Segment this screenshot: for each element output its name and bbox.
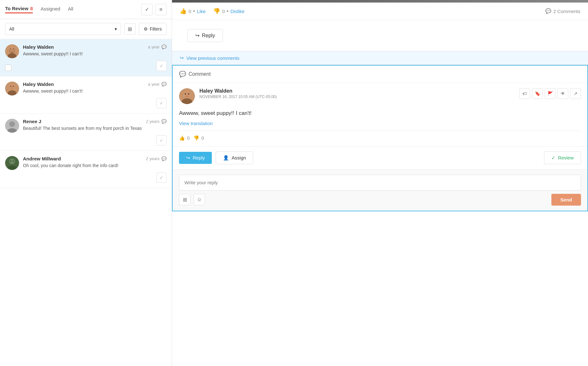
comment-meta: Andrew Millward 2 years 💬 Oh cool, you c…: [23, 156, 167, 169]
sort-button[interactable]: ≡: [155, 4, 167, 15]
tag-button[interactable]: 🏷: [519, 88, 530, 99]
image-add-button[interactable]: ⊞: [179, 194, 190, 205]
tab-to-review[interactable]: To Review 8: [5, 6, 33, 13]
comment-footer: ✓: [5, 172, 167, 183]
thumbs-up-icon: 👍: [179, 135, 185, 141]
like-count: 0: [189, 9, 191, 14]
dislike-link[interactable]: Dislike: [230, 9, 244, 14]
chat-icon: 💬: [161, 82, 167, 87]
detail-like-count: 0: [187, 135, 190, 141]
detail-dislike-group: 👎 0: [193, 135, 204, 141]
detail-date: NOVEMBER 16, 2017 10:05 AM (UTC-05:00): [199, 95, 515, 99]
comment-detail-header: 💬 Comment: [173, 66, 587, 83]
filters-button[interactable]: ⚙ Filters: [139, 23, 167, 35]
tab-assigned[interactable]: Assigned: [40, 6, 60, 13]
view-translation-link[interactable]: View translation: [179, 121, 581, 126]
comment-author: Andrew Millward: [23, 156, 61, 161]
reply-toolbar: ⊞ ☺ Send: [179, 194, 581, 206]
reply-label: Reply: [193, 155, 205, 160]
tab-all-label: All: [68, 6, 73, 11]
reply-arrow-icon: ↪: [186, 155, 190, 161]
calendar-icon-button[interactable]: ⊞: [124, 23, 136, 35]
comment-time: a year 💬: [148, 45, 167, 49]
comment-author-row: Haley Walden a year 💬: [23, 44, 167, 50]
like-row: 👍 0 • Like 👎 0 • Dislike 💬 2 Comments: [172, 3, 588, 20]
svg-point-18: [13, 161, 14, 162]
comment-section-label: Comment: [189, 71, 211, 77]
review-button[interactable]: ✓ Review: [544, 151, 581, 164]
comment-item-header: Renee J 2 years 💬 Beautiful! The best su…: [5, 119, 167, 133]
comment-time: 2 years 💬: [146, 119, 167, 124]
view-previous-link[interactable]: ↪ View previous comments: [172, 51, 588, 65]
comment-bubble-icon: 💬: [179, 71, 186, 78]
reply-top-button[interactable]: ↪ Reply: [187, 29, 223, 42]
comment-detail-body: Haley Walden NOVEMBER 16, 2017 10:05 AM …: [173, 83, 587, 146]
approve-button[interactable]: ✓: [156, 61, 167, 71]
left-panel: To Review 8 Assigned All ✓ ≡ All ▾ ⊞ ⚙ F…: [0, 0, 172, 366]
emoji-button[interactable]: ☺: [194, 194, 205, 205]
assign-button[interactable]: 👤 Assign: [216, 151, 253, 164]
review-label: Review: [558, 155, 574, 160]
tab-actions: ✓ ≡: [141, 4, 167, 15]
reply-input[interactable]: [179, 175, 581, 191]
list-item[interactable]: Haley Walden a year 💬 Awwww, sweet puppy…: [0, 39, 172, 76]
svg-point-5: [13, 49, 14, 50]
hide-button[interactable]: 👁: [557, 88, 568, 99]
comment-author-row: Haley Walden a year 💬: [23, 81, 167, 87]
detail-meta: Haley Walden NOVEMBER 16, 2017 10:05 AM …: [199, 88, 515, 99]
chat-icon: 💬: [161, 45, 167, 49]
comment-item-header: Haley Walden a year 💬 Awwww, sweet puppy…: [5, 44, 167, 58]
comment-text: Awwww, sweet puppy!! I can't!: [23, 88, 167, 95]
dislike-group: 👎 0 • Dislike: [213, 8, 244, 15]
external-link-button[interactable]: ↗: [570, 88, 581, 99]
avatar: [5, 81, 19, 95]
tab-to-review-badge: 8: [30, 6, 33, 11]
select-checkbox[interactable]: [5, 65, 11, 71]
filter-value: All: [9, 26, 14, 32]
comment-footer: ✓: [5, 135, 167, 145]
approve-button[interactable]: ✓: [156, 98, 167, 108]
reply-box: ⊞ ☺ Send: [173, 169, 587, 211]
comment-detail: 💬 Comment Haley Walden: [172, 65, 588, 211]
chevron-down-icon: ▾: [115, 26, 117, 32]
send-button[interactable]: Send: [551, 194, 581, 206]
flag-button[interactable]: 🚩: [545, 88, 556, 99]
comment-author: Haley Walden: [23, 44, 54, 50]
comment-author-row: Andrew Millward 2 years 💬: [23, 156, 167, 161]
reply-arrow-icon: ↪: [195, 32, 199, 39]
filter-select[interactable]: All ▾: [5, 23, 121, 35]
check-icon: ✓: [551, 155, 556, 161]
tab-to-review-label: To Review: [5, 6, 28, 11]
avatar: [5, 44, 19, 58]
comment-meta: Haley Walden a year 💬 Awwww, sweet puppy…: [23, 44, 167, 57]
list-item[interactable]: Renee J 2 years 💬 Beautiful! The best su…: [0, 114, 172, 151]
comment-time: a year 💬: [148, 82, 167, 87]
reply-section: ↪ Reply: [172, 20, 588, 51]
detail-avatar: [179, 88, 195, 104]
comment-author: Haley Walden: [23, 81, 54, 87]
detail-author-name: Haley Walden: [199, 88, 515, 94]
comment-meta: Haley Walden a year 💬 Awwww, sweet puppy…: [23, 81, 167, 95]
approve-button[interactable]: ✓: [156, 135, 167, 145]
view-previous-label: View previous comments: [186, 55, 239, 61]
svg-point-22: [188, 93, 189, 95]
right-panel: 👍 0 • Like 👎 0 • Dislike 💬 2 Comments ↪ …: [172, 0, 588, 366]
like-link[interactable]: Like: [197, 9, 206, 14]
arrow-icon: ↪: [180, 55, 184, 61]
thumbs-up-icon: 👍: [180, 8, 187, 15]
list-item[interactable]: Andrew Millward 2 years 💬 Oh cool, you c…: [0, 151, 172, 188]
reply-top-label: Reply: [202, 33, 215, 39]
top-image-bar: [172, 0, 588, 3]
tab-all[interactable]: All: [68, 6, 73, 13]
check-all-button[interactable]: ✓: [141, 4, 153, 15]
comment-footer: ✓: [5, 61, 167, 71]
comment-text: Beautiful! The best sunsets are from my …: [23, 125, 167, 132]
reply-button[interactable]: ↪ Reply: [179, 152, 212, 164]
bookmark-button[interactable]: 🔖: [532, 88, 543, 99]
list-item[interactable]: Haley Walden a year 💬 Awwww, sweet puppy…: [0, 76, 172, 114]
tabs-header: To Review 8 Assigned All ✓ ≡: [0, 0, 172, 19]
detail-like-group: 👍 0: [179, 135, 190, 141]
approve-button[interactable]: ✓: [156, 172, 167, 183]
comments-count: 💬 2 Comments: [545, 8, 580, 14]
filter-icon: ⚙: [144, 26, 148, 32]
